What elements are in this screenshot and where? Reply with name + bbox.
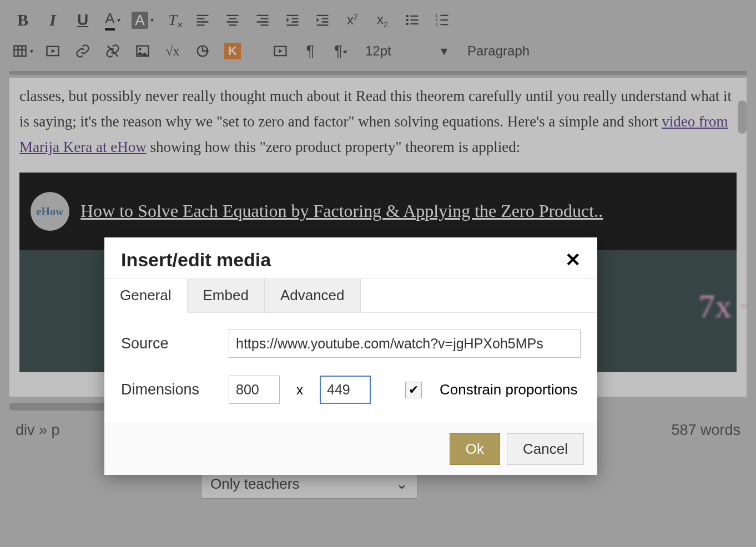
indent-button[interactable] [309, 8, 336, 32]
body-text: classes, but possibly never really thoug… [19, 88, 732, 130]
ok-button[interactable]: Ok [450, 433, 500, 465]
play-media-button[interactable] [266, 39, 294, 63]
bold-button[interactable]: B [9, 8, 37, 32]
chevron-down-icon: ▾ [117, 16, 120, 24]
link-button[interactable] [69, 39, 97, 63]
ehow-badge: eHow [31, 192, 69, 231]
outdent-button[interactable] [279, 8, 306, 32]
svg-rect-11 [441, 24, 448, 25]
role-select-value: Only teachers [210, 475, 299, 493]
svg-point-0 [406, 15, 409, 18]
tab-embed[interactable]: Embed [188, 279, 265, 312]
svg-text:3: 3 [435, 22, 438, 27]
highlight-color-button[interactable]: A ▾ [129, 8, 157, 32]
modal-tabs: General Embed Advanced [104, 278, 597, 313]
close-icon: ✕ [565, 249, 581, 270]
height-input[interactable] [320, 376, 371, 404]
insert-button[interactable] [189, 39, 216, 63]
subscript-button[interactable]: x2 [369, 8, 396, 32]
svg-rect-12 [14, 46, 26, 57]
italic-button[interactable]: I [39, 8, 67, 32]
underline-button[interactable]: U [69, 8, 97, 32]
svg-point-4 [406, 23, 409, 26]
kaltura-button[interactable]: K [219, 39, 246, 63]
align-left-button[interactable] [189, 8, 216, 32]
ltr-button[interactable]: ¶ [296, 39, 324, 63]
svg-point-20 [139, 48, 142, 50]
svg-rect-9 [441, 19, 448, 21]
source-label: Source [121, 335, 215, 352]
tab-advanced[interactable]: Advanced [265, 279, 361, 312]
align-center-button[interactable] [219, 8, 246, 32]
constrain-label: Constrain proportions [440, 381, 578, 398]
unlink-button[interactable] [99, 39, 127, 63]
chevron-down-icon: ▾ [30, 47, 33, 55]
chevron-down-icon: ▾ [441, 43, 447, 59]
body-text-2: showing how this "zero product property"… [147, 139, 521, 155]
equation-button[interactable]: √x [159, 39, 187, 63]
media-button[interactable] [39, 39, 67, 63]
cancel-button[interactable]: Cancel [507, 433, 584, 465]
word-count: 587 words [671, 422, 740, 439]
text-color-button[interactable]: A ▾ [99, 8, 127, 32]
element-path[interactable]: div » p [16, 422, 60, 439]
align-right-button[interactable] [249, 8, 276, 32]
table-button[interactable]: ▾ [9, 39, 37, 63]
font-size-value: 12pt [365, 43, 391, 59]
modal-title: Insert/edit media [121, 249, 271, 271]
tab-general[interactable]: General [104, 279, 188, 313]
toolbar-row-1: B I U A ▾ A ▾ T✕ x2 [9, 4, 747, 36]
source-input[interactable] [229, 330, 581, 358]
vertical-scrollbar[interactable] [738, 100, 747, 134]
rtl-button[interactable]: ¶◂ [326, 39, 354, 63]
numbered-list-button[interactable]: 123 [429, 8, 456, 32]
video-title: How to Solve Each Equation by Factoring … [80, 196, 603, 226]
block-format-select[interactable]: Paragraph [458, 43, 569, 59]
math-overlay: 7x + [698, 278, 747, 335]
toolbar-divider [9, 71, 747, 75]
svg-rect-5 [411, 23, 419, 24]
svg-rect-7 [441, 15, 448, 16]
superscript-button[interactable]: x2 [339, 8, 366, 32]
svg-marker-17 [52, 49, 56, 53]
svg-point-2 [406, 19, 409, 22]
check-icon: ✔ [409, 383, 419, 397]
chevron-down-icon: ⌄ [396, 475, 408, 493]
svg-rect-3 [411, 19, 419, 21]
width-input[interactable] [229, 376, 280, 404]
image-button[interactable] [129, 39, 157, 63]
block-format-value: Paragraph [467, 43, 530, 59]
insert-media-modal: Insert/edit media ✕ General Embed Advanc… [104, 237, 597, 475]
bullet-list-button[interactable] [399, 8, 426, 32]
constrain-checkbox[interactable]: ✔ [405, 382, 422, 398]
svg-marker-22 [279, 49, 283, 53]
close-button[interactable]: ✕ [565, 249, 581, 271]
svg-rect-1 [411, 16, 419, 17]
chevron-down-icon: ▾ [150, 16, 154, 24]
dimensions-label: Dimensions [121, 381, 215, 398]
dimensions-separator: x [296, 382, 303, 398]
font-size-select[interactable]: 12pt ▾ [356, 43, 456, 59]
clear-formatting-button[interactable]: T✕ [159, 8, 187, 32]
toolbar-row-2: ▾ √x K ¶ ¶◂ 12pt ▾ Paragraph [9, 36, 747, 67]
